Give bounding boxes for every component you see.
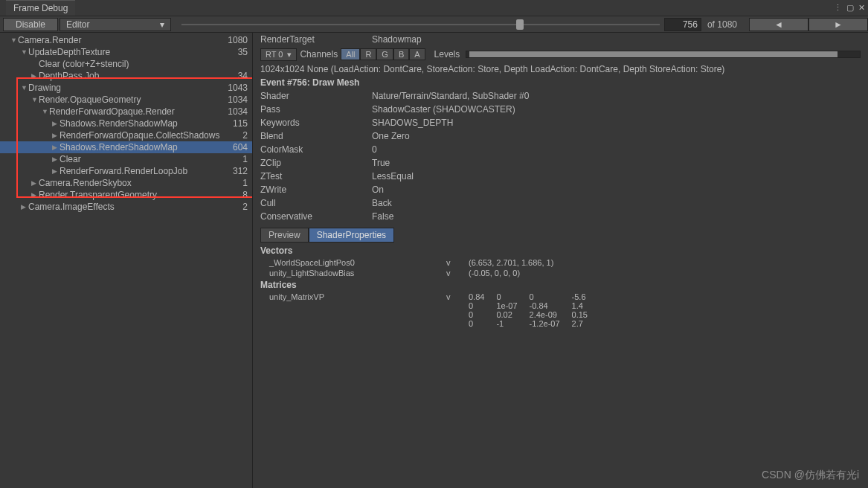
tree-label: Render.TransparentGeometry — [39, 190, 225, 200]
channel-g[interactable]: G — [376, 48, 393, 60]
frame-total: of 1080 — [707, 19, 737, 30]
levels-label: Levels — [434, 49, 460, 60]
tree-row[interactable]: ▶Camera.ImageEffects2 — [0, 201, 252, 213]
tree-label: RenderForward.RenderLoopJob — [60, 166, 225, 176]
channel-b[interactable]: B — [393, 48, 409, 60]
close-icon[interactable]: ✕ — [858, 3, 865, 13]
chevron-down-icon[interactable]: ▼ — [21, 84, 28, 92]
property-row: BlendOne Zero — [253, 129, 868, 143]
channel-all[interactable]: All — [341, 48, 360, 60]
chevron-right-icon[interactable]: ▶ — [31, 179, 39, 187]
channels-label: Channels — [300, 49, 338, 60]
tree-count: 1080 — [225, 35, 248, 45]
event-tree[interactable]: ▼Camera.Render1080▼UpdateDepthTexture35C… — [0, 33, 252, 214]
rt-info: 1024x1024 None (LoadAction: DontCare, St… — [253, 62, 868, 76]
menu-icon[interactable]: ⋮ — [834, 3, 842, 13]
vectors-heading: Vectors — [253, 244, 868, 257]
tree-panel: ▼Camera.Render1080▼UpdateDepthTexture35C… — [0, 33, 253, 488]
chevron-right-icon[interactable]: ▶ — [52, 167, 60, 175]
tree-label: Render.OpaqueGeometry — [39, 94, 225, 105]
chevron-down-icon[interactable]: ▼ — [31, 96, 39, 103]
chevron-right-icon[interactable]: ▶ — [52, 144, 60, 151]
tree-label: Clear (color+Z+stencil) — [39, 59, 225, 69]
vector-row: unity_LightShadowBiasv(-0.05, 0, 0, 0) — [253, 268, 868, 278]
tree-count: 34 — [225, 71, 248, 81]
toolbar: Disable Editor▾ of 1080 ◄ ► — [0, 16, 868, 33]
chevron-down-icon: ▾ — [287, 50, 292, 60]
tree-label: Shadows.RenderShadowMap — [60, 118, 225, 129]
tab-shader-properties[interactable]: ShaderProperties — [309, 228, 394, 243]
property-row: ZWriteOn — [253, 183, 868, 196]
chevron-down-icon: ▾ — [160, 19, 164, 30]
chevron-down-icon[interactable]: ▼ — [21, 48, 28, 56]
chevron-right-icon[interactable]: ▶ — [31, 191, 39, 199]
chevron-down-icon[interactable]: ▼ — [10, 36, 18, 44]
rt-dropdown[interactable]: RT 0▾ — [260, 48, 297, 61]
tree-label: Drawing — [28, 83, 225, 93]
maximize-icon[interactable]: ▢ — [846, 3, 854, 13]
tree-label: RenderForwardOpaque.Render — [49, 106, 225, 117]
levels-slider[interactable] — [466, 51, 861, 58]
tree-count: 35 — [225, 47, 248, 57]
chevron-right-icon[interactable]: ▶ — [52, 132, 60, 139]
frame-slider-zone: of 1080 — [177, 18, 743, 31]
vector-row: _WorldSpaceLightPos0v(6.653, 2.701, 1.68… — [253, 257, 868, 268]
tree-row[interactable]: ▶RenderForward.RenderLoopJob312 — [0, 165, 252, 177]
frame-input[interactable] — [664, 18, 701, 31]
chevron-right-icon[interactable]: ▶ — [52, 120, 60, 127]
tree-count: 1 — [225, 178, 248, 188]
render-target-row: RenderTarget Shadowmap — [253, 33, 868, 46]
tree-row[interactable]: ▶RenderForwardOpaque.CollectShadows2 — [0, 129, 252, 141]
property-row: ColorMask0 — [253, 143, 868, 156]
frame-slider[interactable] — [181, 24, 660, 25]
tree-row[interactable]: ▶Clear1 — [0, 153, 252, 165]
target-dropdown[interactable]: Editor▾ — [60, 18, 171, 31]
tree-row[interactable]: Clear (color+Z+stencil) — [0, 58, 252, 70]
tree-row[interactable]: ▶Shadows.RenderShadowMap115 — [0, 118, 252, 129]
slider-thumb[interactable] — [516, 19, 524, 30]
chevron-right-icon[interactable]: ▶ — [31, 72, 39, 80]
property-row: ConservativeFalse — [253, 210, 868, 223]
prev-button[interactable]: ◄ — [749, 18, 808, 31]
tree-row[interactable]: ▶DepthPass.Job34 — [0, 70, 252, 82]
tree-label: Camera.RenderSkybox — [39, 178, 225, 188]
tree-label: UpdateDepthTexture — [28, 47, 225, 57]
view-tabs: Preview ShaderProperties — [253, 223, 868, 244]
tree-row[interactable]: ▼Drawing1043 — [0, 82, 252, 94]
property-row: PassShadowCaster (SHADOWCASTER) — [253, 103, 868, 116]
channel-r[interactable]: R — [360, 48, 376, 60]
tree-label: Camera.ImageEffects — [28, 202, 225, 212]
tree-row[interactable]: ▶Camera.RenderSkybox1 — [0, 177, 252, 189]
tree-row[interactable]: ▼Camera.Render1080 — [0, 34, 252, 46]
tree-row[interactable]: ▶Render.TransparentGeometry8 — [0, 189, 252, 201]
tree-label: Camera.Render — [18, 35, 225, 45]
property-row: ZTestLessEqual — [253, 170, 868, 183]
matrices-heading: Matrices — [253, 278, 868, 292]
property-row: ShaderNature/Terrain/Standard, SubShader… — [253, 89, 868, 103]
disable-button[interactable]: Disable — [3, 18, 58, 31]
tree-row[interactable]: ▶Shadows.RenderShadowMap604 — [0, 141, 252, 153]
tree-label: RenderForwardOpaque.CollectShadows — [60, 130, 225, 141]
property-row: CullBack — [253, 196, 868, 210]
channels-bar: RT 0▾ Channels AllRGBA Levels — [253, 46, 868, 62]
window-tab[interactable]: Frame Debug — [6, 0, 75, 16]
matrix-table: 0.8400-5.601e-07-0.841.400.022.4e-090.15… — [469, 292, 599, 328]
next-button[interactable]: ► — [808, 18, 868, 31]
tree-count: 8 — [225, 190, 248, 200]
tree-count: 1043 — [225, 83, 248, 93]
tree-count: 604 — [225, 142, 248, 152]
tree-row[interactable]: ▼Render.OpaqueGeometry1034 — [0, 94, 252, 106]
chevron-right-icon[interactable]: ▶ — [52, 155, 60, 163]
property-row: ZClipTrue — [253, 156, 868, 170]
chevron-down-icon[interactable]: ▼ — [42, 108, 49, 115]
watermark: CSDN @仿佛若有光i — [762, 469, 859, 482]
tree-count: 1 — [225, 154, 248, 164]
tab-preview[interactable]: Preview — [260, 228, 309, 243]
chevron-right-icon[interactable]: ▶ — [21, 203, 28, 211]
tree-row[interactable]: ▼RenderForwardOpaque.Render1034 — [0, 106, 252, 118]
tree-count: 2 — [225, 130, 248, 141]
tree-row[interactable]: ▼UpdateDepthTexture35 — [0, 46, 252, 58]
tree-label: DepthPass.Job — [39, 71, 225, 81]
channel-a[interactable]: A — [409, 48, 425, 60]
tree-count: 312 — [225, 166, 248, 176]
